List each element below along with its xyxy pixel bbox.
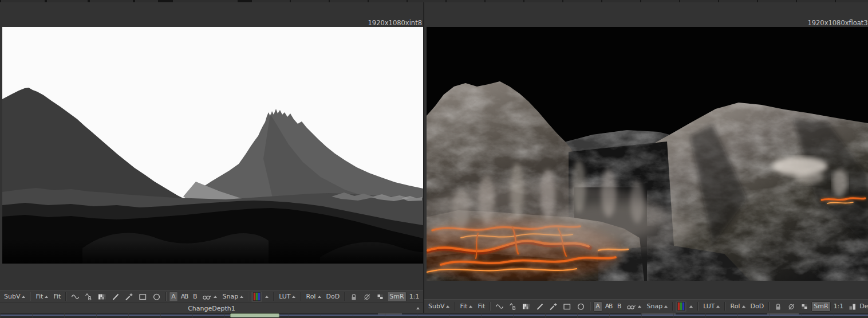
chevron-up-icon — [214, 296, 217, 298]
channels-dropdown-button[interactable] — [263, 292, 271, 302]
input-b-label: B — [193, 293, 198, 300]
chevron-up-icon[interactable] — [416, 307, 420, 309]
node-label-right[interactable]: DepthBlur1 — [859, 303, 868, 310]
snap-button[interactable]: Snap — [644, 301, 670, 312]
toolbar-divider — [490, 302, 491, 311]
viewer-toolbar-left: SubV Fit Fit A AB B Snap LUT RoI DoD SmR… — [0, 290, 423, 303]
smr-button[interactable]: SmR — [387, 292, 406, 302]
timeline-handle[interactable] — [230, 313, 279, 317]
dod-button[interactable]: DoD — [324, 292, 342, 302]
checker-gradient-icon[interactable] — [96, 292, 109, 302]
toolbar-divider — [65, 292, 66, 301]
lock-icon[interactable] — [772, 301, 784, 312]
roi-button[interactable]: RoI — [728, 301, 747, 312]
smr-button[interactable]: SmR — [811, 301, 830, 312]
viewer-image-depth-matte[interactable] — [2, 27, 423, 264]
viewer-image-volcanic-render[interactable] — [427, 27, 868, 281]
checkerboard-icon[interactable] — [798, 301, 811, 312]
fit-label: Fit — [35, 293, 43, 300]
input-ab-button[interactable]: AB — [603, 301, 614, 312]
smr-label: SmR — [814, 303, 828, 310]
fit-button[interactable]: Fit — [475, 301, 487, 312]
roi-button[interactable]: RoI — [303, 292, 323, 302]
pencil-icon[interactable] — [109, 292, 122, 302]
gain-bars-icon[interactable] — [846, 301, 859, 312]
chevron-up-icon — [45, 296, 48, 298]
fit-dropdown-button[interactable]: Fit — [33, 292, 50, 302]
wand-icon[interactable] — [547, 301, 560, 312]
fit-button[interactable]: Fit — [51, 292, 63, 302]
lock-icon[interactable] — [348, 292, 360, 302]
toolbar-divider — [165, 292, 167, 301]
subview-button[interactable]: SubV — [2, 292, 27, 302]
wand-icon[interactable] — [123, 292, 136, 302]
wave-icon[interactable] — [493, 301, 506, 312]
pixel-ratio-button[interactable]: 1:1 — [831, 301, 846, 312]
snap-label: Snap — [646, 303, 662, 310]
toolbar-divider — [768, 302, 770, 311]
input-b-button[interactable]: B — [615, 301, 624, 312]
stereo-glasses-icon[interactable] — [624, 301, 644, 312]
subview-label: SubV — [428, 303, 444, 310]
chevron-up-icon — [469, 305, 472, 308]
chevron-up-icon — [664, 305, 668, 308]
chevron-up-icon — [638, 305, 641, 308]
pencil-icon[interactable] — [534, 301, 546, 312]
ellipse-select-icon[interactable] — [150, 292, 163, 302]
input-ab-button[interactable]: AB — [179, 292, 190, 302]
checkerboard-icon[interactable] — [374, 292, 386, 302]
proxy-toggle-icon[interactable] — [785, 301, 798, 312]
ab-wipe-icon[interactable] — [82, 292, 95, 302]
fit-label: Fit — [460, 303, 467, 310]
rect-select-icon[interactable] — [561, 301, 574, 312]
pixel-ratio-button[interactable]: 1:1 — [407, 292, 422, 302]
proxy-toggle-icon[interactable] — [361, 292, 373, 302]
input-ab-label: AB — [181, 293, 188, 300]
input-b-button[interactable]: B — [191, 292, 200, 302]
input-a-button[interactable]: A — [169, 292, 178, 302]
viewer-toolbar-right: SubV Fit Fit A AB B Snap LUT RoI DoD SmR… — [424, 299, 868, 313]
input-a-label: A — [595, 303, 600, 310]
snap-label: Snap — [222, 293, 238, 300]
dod-label: DoD — [326, 293, 340, 300]
toolbar-divider — [697, 302, 699, 311]
rgb-channels-icon[interactable] — [251, 292, 262, 302]
fit-dropdown-button[interactable]: Fit — [457, 301, 475, 312]
chevron-up-icon — [742, 305, 745, 308]
resolution-label-left: 1920x1080xint8 — [368, 19, 422, 27]
fit-label: Fit — [53, 293, 61, 300]
channels-dropdown-button[interactable] — [687, 301, 695, 312]
lut-button[interactable]: LUT — [701, 301, 722, 312]
ab-wipe-icon[interactable] — [507, 301, 519, 312]
lut-button[interactable]: LUT — [277, 292, 298, 302]
chevron-up-icon — [716, 305, 720, 308]
chevron-up-icon — [318, 296, 321, 298]
timeline-cached-segment — [641, 313, 676, 315]
toolbar-divider — [724, 302, 725, 311]
ellipse-select-icon[interactable] — [574, 301, 587, 312]
chevron-up-icon — [240, 296, 243, 298]
resolution-label-right: 1920x1080xfloat32 — [807, 19, 868, 27]
timeline-track[interactable] — [0, 315, 868, 316]
toolbar-divider — [300, 292, 301, 301]
stereo-glasses-icon[interactable] — [200, 292, 219, 302]
checker-gradient-icon[interactable] — [520, 301, 533, 312]
timeline-cached-segment — [767, 313, 799, 315]
subview-button[interactable]: SubV — [426, 301, 452, 312]
dod-label: DoD — [751, 303, 764, 310]
subview-label: SubV — [4, 293, 20, 300]
viewer-panel-right: 1920x1080xfloat32 — [424, 2, 868, 313]
input-a-button[interactable]: A — [593, 301, 602, 312]
snap-button[interactable]: Snap — [220, 292, 246, 302]
rgb-channels-icon[interactable] — [676, 301, 686, 312]
wave-icon[interactable] — [69, 292, 82, 302]
fit-label: Fit — [478, 303, 485, 310]
input-ab-label: AB — [605, 303, 612, 310]
node-label-bar-left: ChangeDepth1 — [0, 303, 423, 313]
chevron-up-icon — [446, 305, 449, 308]
timeline-strip[interactable] — [0, 313, 868, 318]
rect-select-icon[interactable] — [136, 292, 149, 302]
toolbar-divider — [273, 292, 274, 301]
dod-button[interactable]: DoD — [748, 301, 767, 312]
node-label: DepthBlur1 — [859, 303, 868, 310]
